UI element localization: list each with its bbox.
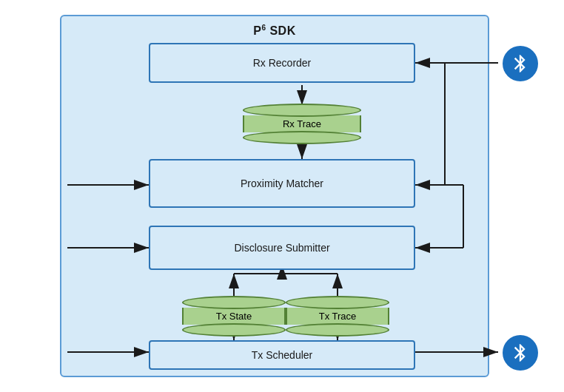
disclosure-submitter-box: Disclosure Submitter (149, 226, 415, 270)
tx-trace-db-top (286, 296, 389, 309)
tx-state-label: Tx State (216, 311, 252, 322)
rx-recorder-label: Rx Recorder (253, 57, 312, 69)
rx-trace-db-top (243, 104, 361, 117)
rx-trace-db-bottom (243, 131, 361, 144)
rx-trace-db-mid: Rx Trace (243, 115, 361, 132)
rx-trace-label: Rx Trace (283, 118, 321, 129)
rx-trace-db: Rx Trace (243, 104, 361, 144)
tx-scheduler-box: Tx Scheduler (149, 340, 415, 370)
tx-scheduler-label: Tx Scheduler (252, 349, 312, 361)
sdk-title-sup: 6 (261, 24, 266, 32)
diagram-container: P6 SDK (16, 7, 548, 385)
bluetooth-icon-bottom (503, 335, 538, 371)
tx-state-db-bottom (182, 323, 286, 337)
tx-state-db-top (182, 296, 286, 309)
tx-trace-db: Tx Trace (286, 296, 389, 337)
proximity-matcher-label: Proximity Matcher (241, 178, 323, 189)
proximity-matcher-box: Proximity Matcher (149, 159, 415, 208)
tx-trace-db-bottom (286, 323, 389, 337)
disclosure-submitter-label: Disclosure Submitter (234, 242, 329, 254)
tx-trace-label: Tx Trace (319, 311, 357, 322)
tx-state-db-mid: Tx State (182, 308, 286, 325)
tx-state-db: Tx State (182, 296, 286, 337)
rx-recorder-box: Rx Recorder (149, 43, 415, 83)
bluetooth-icon-top (503, 46, 538, 81)
tx-trace-db-mid: Tx Trace (286, 308, 389, 325)
sdk-title: P6 SDK (61, 24, 488, 38)
